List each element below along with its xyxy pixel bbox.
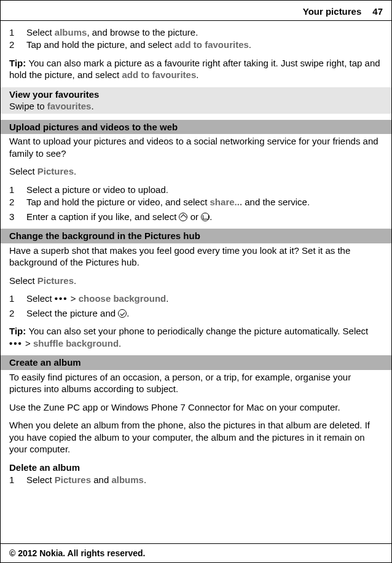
section-heading-background: Change the background in the Pictures hu… [1,229,391,243]
paragraph: When you delete an album from the phone,… [9,419,383,455]
list-item: 1 Select Pictures and albums. [9,474,383,486]
step-text: Select albums, and browse to the picture… [26,26,383,39]
list-item: 1 Select ••• > choose background. [9,293,383,305]
save-icon [201,213,210,221]
ui-label-pictures: Pictures [37,166,74,176]
ui-label-favourites: favourites [47,101,92,111]
header-title: Your pictures [303,6,362,18]
page-content: 1 Select albums, and browse to the pictu… [1,21,391,486]
paragraph: Want to upload your pictures and videos … [9,135,383,159]
step-number: 1 [9,184,26,196]
list-item: 2 Tap and hold the picture, and select a… [9,39,383,51]
list-item: 1 Select a picture or video to upload. [9,184,383,196]
ui-label-add-favourites: add to favourites [174,39,249,50]
tip-label: Tip: [9,58,28,68]
step-number: 2 [9,39,26,51]
ui-label-choose-background: choose background [79,293,167,304]
step-text: Tap and hold the picture or video, and s… [26,196,383,208]
subheading-delete-album: Delete an album [9,462,383,474]
list-item: 3 Enter a caption if you like, and selec… [9,211,383,223]
section-body: Swipe to favourites. [9,100,383,112]
tip-paragraph: Tip: You can also set your phone to peri… [9,325,383,349]
paragraph: Select Pictures. [9,165,383,178]
page-number: 47 [372,6,383,18]
step-number: 2 [9,196,26,208]
check-icon [118,309,127,318]
list-item: 1 Select albums, and browse to the pictu… [9,26,383,39]
section-heading: View your favourites [9,89,383,101]
paragraph: Have a superb shot that makes you feel g… [9,245,383,269]
step-number: 1 [9,293,26,305]
step-number: 1 [9,474,26,486]
step-text: Select the picture and . [26,307,383,320]
ui-label-share: share... [210,197,243,207]
list-item: 2 Select the picture and . [9,307,383,320]
more-dots-icon: ••• [55,293,68,304]
tip-paragraph: Tip: You can also mark a picture as a fa… [9,57,383,81]
ui-label-albums: albums [55,27,87,37]
ui-label-pictures: Pictures [55,474,91,485]
tip-label: Tip: [9,326,28,336]
step-number: 1 [9,26,26,39]
section-heading-upload: Upload pictures and videos to the web [1,120,391,135]
paragraph: Select Pictures. [9,275,383,287]
send-icon [179,213,187,221]
step-number: 3 [9,211,26,223]
step-number: 2 [9,307,26,320]
step-text: Select a picture or video to upload. [26,184,383,196]
page-header: Your pictures 47 [1,1,391,21]
section-view-favourites: View your favourites Swipe to favourites… [1,87,391,114]
step-text: Enter a caption if you like, and select … [26,211,383,223]
list-item: 2 Tap and hold the picture or video, and… [9,196,383,208]
more-dots-icon: ••• [9,338,23,348]
step-text: Select ••• > choose background. [26,293,383,305]
step-text: Tap and hold the picture, and select add… [26,39,383,51]
page-footer: © 2012 Nokia. All rights reserved. [1,543,391,562]
ui-label-albums: albums [111,474,144,485]
ui-label-pictures: Pictures [37,275,74,286]
paragraph: Use the Zune PC app or Windows Phone 7 C… [9,401,383,414]
ui-label-add-favourites: add to favourites [122,69,196,80]
paragraph: To easily find pictures of an occasion, … [9,371,383,395]
section-heading-create-album: Create an album [1,355,391,370]
ui-label-shuffle-background: shuffle background [33,338,119,348]
step-text: Select Pictures and albums. [26,474,383,486]
